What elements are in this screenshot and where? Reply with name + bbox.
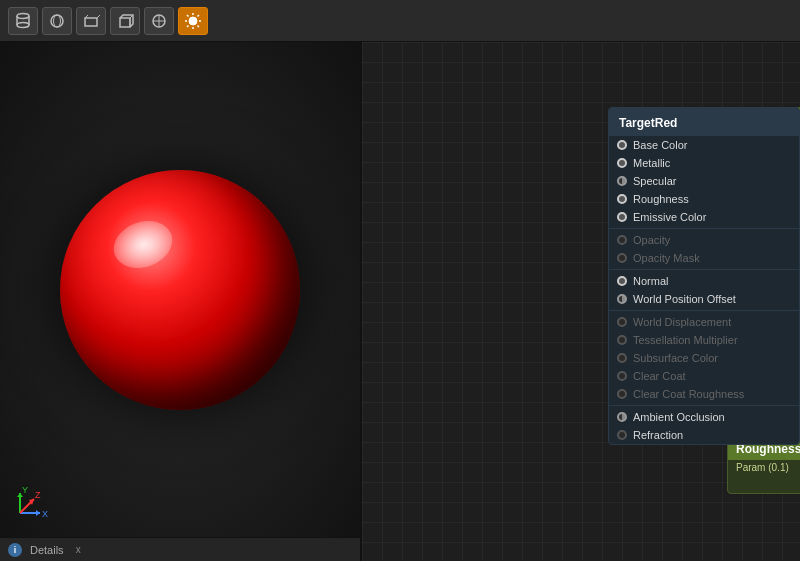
target-pin-ccr[interactable]: Clear Coat Roughness bbox=[609, 385, 799, 403]
svg-rect-6 bbox=[85, 18, 97, 26]
emissive-pin[interactable] bbox=[617, 212, 627, 222]
svg-point-5 bbox=[54, 15, 61, 27]
wpo-pin[interactable] bbox=[617, 294, 627, 304]
toolbar-btn-sphere[interactable] bbox=[42, 7, 72, 35]
toolbar bbox=[0, 0, 800, 42]
statusbar: i Details x bbox=[0, 537, 360, 561]
metallic-pin[interactable] bbox=[617, 158, 627, 168]
ccr-pin[interactable] bbox=[617, 389, 627, 399]
ao-pin[interactable] bbox=[617, 412, 627, 422]
target-pin-opacity-mask[interactable]: Opacity Mask bbox=[609, 249, 799, 267]
info-icon: i bbox=[8, 543, 22, 557]
opacity-mask-pin[interactable] bbox=[617, 253, 627, 263]
specular-label: Specular bbox=[633, 175, 791, 187]
opacity-label: Opacity bbox=[633, 234, 791, 246]
subsurface-label: Subsurface Color bbox=[633, 352, 791, 364]
roughness-node-subtitle: Param (0.1) bbox=[728, 460, 800, 475]
toolbar-btn-light[interactable] bbox=[178, 7, 208, 35]
tess-label: Tessellation Multiplier bbox=[633, 334, 791, 346]
svg-line-8 bbox=[97, 15, 100, 18]
toolbar-btn-cylinder[interactable] bbox=[8, 7, 38, 35]
opacity-mask-label: Opacity Mask bbox=[633, 252, 791, 264]
target-pin-wd[interactable]: World Displacement bbox=[609, 313, 799, 331]
svg-point-0 bbox=[17, 13, 29, 18]
refraction-label: Refraction bbox=[633, 429, 791, 441]
toolbar-btn-plane[interactable] bbox=[76, 7, 106, 35]
axes-indicator: X Y Z bbox=[12, 481, 52, 521]
statusbar-close-button[interactable]: x bbox=[76, 544, 81, 555]
svg-line-23 bbox=[187, 25, 189, 27]
roughness-pin-row bbox=[728, 475, 800, 493]
svg-text:Z: Z bbox=[35, 490, 41, 500]
svg-marker-25 bbox=[36, 510, 40, 516]
roughness-node[interactable]: Roughness ▼ Param (0.1) bbox=[727, 437, 800, 494]
divider-1 bbox=[609, 228, 799, 229]
svg-point-15 bbox=[189, 17, 197, 25]
target-pin-clearcoat[interactable]: Clear Coat bbox=[609, 367, 799, 385]
divider-2 bbox=[609, 269, 799, 270]
wd-pin[interactable] bbox=[617, 317, 627, 327]
svg-text:X: X bbox=[42, 509, 48, 519]
svg-rect-9 bbox=[120, 18, 130, 27]
ao-label: Ambient Occlusion bbox=[633, 411, 791, 423]
metallic-label: Metallic bbox=[633, 157, 791, 169]
toolbar-btn-cube[interactable] bbox=[110, 7, 140, 35]
target-pin-emissive[interactable]: Emissive Color bbox=[609, 208, 799, 226]
target-pin-metallic[interactable]: Metallic bbox=[609, 154, 799, 172]
opacity-pin[interactable] bbox=[617, 235, 627, 245]
svg-point-3 bbox=[17, 22, 29, 27]
subsurface-pin[interactable] bbox=[617, 353, 627, 363]
clearcoat-pin[interactable] bbox=[617, 371, 627, 381]
target-pin-normal[interactable]: Normal bbox=[609, 272, 799, 290]
ccr-label: Clear Coat Roughness bbox=[633, 388, 791, 400]
target-node[interactable]: TargetRed Base Color Metallic Specular R… bbox=[608, 107, 800, 445]
normal-pin[interactable] bbox=[617, 276, 627, 286]
target-pin-refraction[interactable]: Refraction bbox=[609, 426, 799, 444]
svg-line-22 bbox=[198, 15, 200, 17]
target-pin-wpo[interactable]: World Position Offset bbox=[609, 290, 799, 308]
target-pin-ao[interactable]: Ambient Occlusion bbox=[609, 408, 799, 426]
node-editor[interactable]: Color ▲ Param (1,0,0,0) Metalic ▼ Param … bbox=[362, 42, 800, 561]
viewport: X Y Z i Details x bbox=[0, 42, 362, 561]
svg-line-21 bbox=[198, 25, 200, 27]
svg-line-20 bbox=[187, 15, 189, 17]
divider-3 bbox=[609, 310, 799, 311]
svg-text:Y: Y bbox=[22, 485, 28, 495]
base-color-label: Base Color bbox=[633, 139, 791, 151]
preview-sphere bbox=[60, 170, 300, 410]
target-pin-roughness[interactable]: Roughness bbox=[609, 190, 799, 208]
toolbar-btn-custom[interactable] bbox=[144, 7, 174, 35]
roughness-pin[interactable] bbox=[617, 194, 627, 204]
clearcoat-label: Clear Coat bbox=[633, 370, 791, 382]
target-pin-tess[interactable]: Tessellation Multiplier bbox=[609, 331, 799, 349]
main-area: X Y Z i Details x bbox=[0, 42, 800, 561]
target-pin-specular[interactable]: Specular bbox=[609, 172, 799, 190]
statusbar-label: Details bbox=[30, 544, 64, 556]
specular-pin[interactable] bbox=[617, 176, 627, 186]
wpo-label: World Position Offset bbox=[633, 293, 791, 305]
target-node-header: TargetRed bbox=[609, 108, 799, 136]
target-node-title: TargetRed bbox=[619, 116, 677, 130]
divider-4 bbox=[609, 405, 799, 406]
sphere-highlight bbox=[107, 213, 179, 276]
target-pin-opacity[interactable]: Opacity bbox=[609, 231, 799, 249]
wd-label: World Displacement bbox=[633, 316, 791, 328]
refraction-pin[interactable] bbox=[617, 430, 627, 440]
target-pin-subsurface[interactable]: Subsurface Color bbox=[609, 349, 799, 367]
normal-label: Normal bbox=[633, 275, 791, 287]
base-color-pin[interactable] bbox=[617, 140, 627, 150]
svg-point-4 bbox=[51, 15, 63, 27]
roughness-label: Roughness bbox=[633, 193, 791, 205]
tess-pin[interactable] bbox=[617, 335, 627, 345]
sphere-container bbox=[60, 170, 300, 410]
target-pin-base-color[interactable]: Base Color bbox=[609, 136, 799, 154]
emissive-label: Emissive Color bbox=[633, 211, 791, 223]
